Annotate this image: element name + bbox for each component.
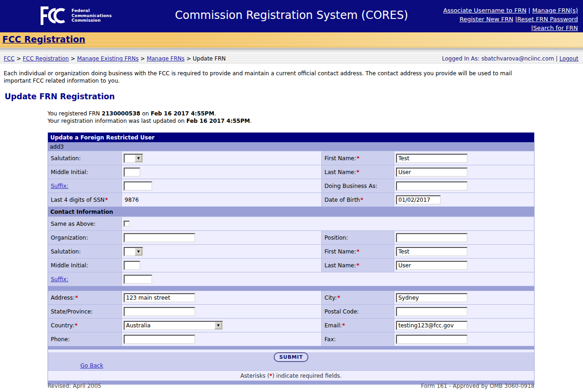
search-for-frn-link[interactable]: Search for FRN (533, 24, 578, 31)
contact-suffix-input[interactable] (124, 275, 152, 284)
breadcrumb-manage-existing-frns[interactable]: Manage Existing FRNs (77, 55, 138, 62)
logout-link[interactable]: Logout (559, 55, 578, 62)
nav-separator: | (526, 7, 532, 14)
city-label: City:* (321, 291, 394, 304)
middle-initial-input[interactable] (124, 168, 140, 177)
postal-code-input[interactable] (396, 307, 468, 316)
breadcrumb-fcc[interactable]: FCC (4, 55, 15, 62)
contact-first-name-label: First Name:* (321, 245, 394, 258)
address-label: Address:* (48, 291, 122, 304)
logged-in-separator: | (554, 55, 559, 62)
email-label: Email:* (321, 319, 394, 332)
form-row: Middle Initial: Last Name:* (48, 165, 534, 179)
breadcrumb-current: Update FRN (193, 55, 226, 62)
state-label: State/Province: (48, 305, 122, 318)
update-frn-form: Update a Foreign Restricted User add3 Sa… (48, 133, 535, 385)
section-divider (48, 346, 534, 350)
suffix-input[interactable] (124, 181, 152, 191)
register-new-frn-link[interactable]: Register New FRN (460, 16, 513, 23)
footer-form-approval-text: Form 161 - Approved by OMB 3060-0918 (421, 383, 535, 389)
dob-label: Date of Birth* (321, 193, 394, 206)
organization-input[interactable] (124, 233, 195, 242)
breadcrumb-separator: > (185, 55, 193, 62)
contact-middle-initial-label: Middle Initial: (48, 259, 122, 272)
suffix-link[interactable]: Suffix: (51, 183, 68, 189)
top-header-bar: Federal Communications Commission Commis… (0, 0, 583, 32)
form-row: Organization: Position: (48, 231, 534, 245)
contact-information-header: Contact Information (48, 207, 534, 217)
breadcrumb: FCC > FCC Registration > Manage Existing… (4, 55, 226, 62)
salutation-label: Salutation: (48, 151, 122, 165)
go-back-link[interactable]: Go Back (80, 362, 103, 369)
city-input[interactable] (396, 293, 468, 302)
form-row: Suffix: (48, 272, 534, 286)
last-name-label: Last Name:* (321, 165, 394, 179)
submit-row: SUBMIT Go Back (48, 352, 534, 371)
form-row: Address:* City:* (48, 291, 534, 305)
ssn-value: 9876 (124, 197, 139, 203)
form-row: Phone: Fax: (48, 332, 534, 346)
position-label: Position: (321, 231, 394, 244)
last-name-input[interactable] (396, 168, 468, 177)
dropdown-arrow-icon[interactable]: ▼ (135, 155, 142, 162)
page-footer: Revised: April 2005 Form 161 - Approved … (48, 383, 535, 389)
salutation-select[interactable]: ▼ (124, 154, 143, 163)
first-name-input[interactable] (396, 154, 468, 163)
frn-number: 2130000538 (102, 110, 140, 117)
form-row: Salutation: ▼ First Name:* (48, 151, 534, 165)
top-navigation: Associate Username to FRN | Manage FRN(s… (443, 6, 578, 32)
state-input[interactable] (124, 307, 195, 316)
fax-input[interactable] (396, 335, 468, 344)
breadcrumb-separator: > (138, 55, 147, 62)
form-subheader: add3 (48, 142, 534, 151)
form-row: State/Province: Postal Code: (48, 305, 534, 319)
manage-frns-link[interactable]: Manage FRN(s) (532, 7, 578, 14)
form-row: Country:* Australia ▼ Email:* (48, 319, 534, 332)
breadcrumb-separator: > (69, 55, 77, 62)
dropdown-arrow-icon[interactable]: ▼ (215, 322, 222, 329)
form-row: Suffix: Doing Business As: (48, 179, 534, 193)
associate-username-link[interactable]: Associate Username to FRN (443, 7, 526, 14)
footer-revised-text: Revised: April 2005 (48, 383, 102, 389)
dob-input[interactable] (396, 195, 441, 205)
breadcrumb-fcc-registration[interactable]: FCC Registration (23, 55, 69, 62)
email-input[interactable] (396, 321, 468, 330)
ssn-label: Last 4 digits of SSN* (48, 193, 122, 206)
first-name-label: First Name:* (321, 151, 394, 165)
fax-label: Fax: (321, 332, 394, 346)
fcc-registration-link[interactable]: FCC Registration (2, 34, 85, 44)
middle-initial-label: Middle Initial: (48, 165, 122, 179)
position-input[interactable] (396, 233, 468, 242)
submit-button[interactable]: SUBMIT (274, 352, 308, 362)
address-input[interactable] (124, 293, 195, 302)
contact-salutation-label: Salutation: (48, 245, 122, 258)
contact-last-name-label: Last Name:* (321, 259, 394, 272)
reset-frn-password-link[interactable]: Reset FRN Password (517, 16, 578, 23)
phone-input[interactable] (124, 335, 195, 344)
form-title-bar: Update a Foreign Restricted User (48, 133, 534, 142)
contact-middle-initial-input[interactable] (124, 261, 140, 270)
updated-date: Feb 16 2017 4:55PM (186, 118, 250, 124)
dba-label: Doing Business As: (321, 179, 394, 193)
gold-banner: FCC Registration (0, 32, 583, 48)
dba-input[interactable] (396, 181, 468, 191)
form-row: Salutation: ▼ First Name:* (48, 245, 534, 259)
form-row: Same as Above: (48, 217, 534, 231)
breadcrumb-manage-frns[interactable]: Manage FRNs (147, 55, 185, 62)
breadcrumb-bar: FCC > FCC Registration > Manage Existing… (0, 54, 583, 64)
phone-label: Phone: (48, 332, 122, 346)
form-row: Last 4 digits of SSN* 9876 Date of Birth… (48, 193, 534, 207)
contact-last-name-input[interactable] (396, 261, 468, 270)
intro-text: Each individual or organization doing bu… (4, 70, 512, 84)
logged-in-text: Logged In As: sbatchvarova@nciinc.com (442, 55, 554, 62)
same-as-above-checkbox[interactable] (124, 221, 130, 227)
contact-first-name-input[interactable] (396, 247, 468, 256)
contact-suffix-link[interactable]: Suffix: (51, 276, 68, 283)
required-fields-note: Asterisks (*) indicate required fields. (48, 371, 534, 381)
registered-date: Feb 16 2017 4:55PM (150, 110, 214, 117)
dropdown-arrow-icon[interactable]: ▼ (135, 248, 142, 255)
contact-salutation-select[interactable]: ▼ (124, 247, 143, 256)
country-label: Country:* (48, 319, 122, 332)
country-select[interactable]: Australia ▼ (124, 321, 223, 330)
divider-strip (0, 48, 583, 54)
